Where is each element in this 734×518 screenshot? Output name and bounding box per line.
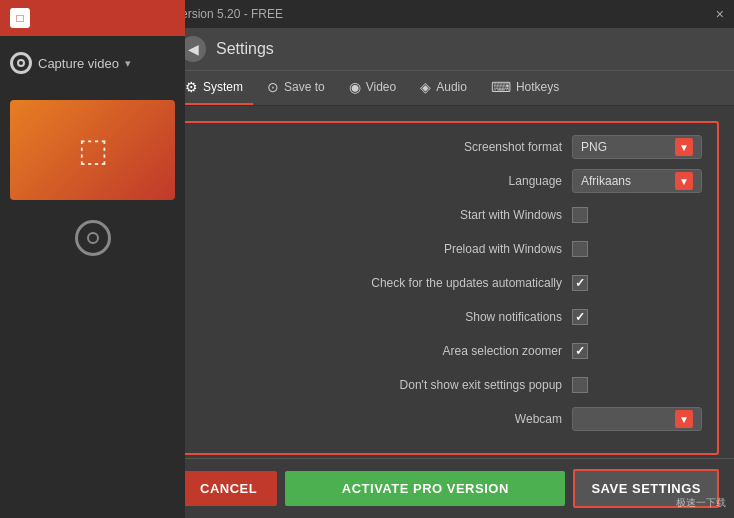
tab-hotkeys[interactable]: ⌨ Hotkeys [481, 71, 569, 105]
language-dropdown[interactable]: Afrikaans ▼ [572, 169, 702, 193]
capture-video-button[interactable]: Capture video ▾ [0, 46, 185, 80]
dont-show-exit-control [572, 377, 702, 393]
start-windows-row: Start with Windows [197, 203, 702, 227]
settings-form: Screenshot format PNG ▼ Language Afrikaa… [180, 121, 719, 455]
content-area: Screenshot format PNG ▼ Language Afrikaa… [165, 106, 734, 458]
hotkeys-tab-label: Hotkeys [516, 80, 559, 94]
thumbnail-icon: ⬚ [78, 131, 108, 169]
back-icon: ◀ [188, 41, 199, 57]
screenshot-format-dropdown[interactable]: PNG ▼ [572, 135, 702, 159]
language-label: Language [197, 174, 572, 188]
record-inner [87, 232, 99, 244]
dont-show-exit-label: Don't show exit settings popup [197, 378, 572, 392]
activate-button[interactable]: ACTIVATE PRO VERSION [285, 471, 565, 506]
tab-save-to[interactable]: ⊙ Save to [257, 71, 335, 105]
app-header: □ [0, 0, 185, 36]
screenshot-format-control: PNG ▼ [572, 135, 702, 159]
start-windows-label: Start with Windows [197, 208, 572, 222]
area-selection-label: Area selection zoomer [197, 344, 572, 358]
preload-windows-row: Preload with Windows [197, 237, 702, 261]
webcam-arrow: ▼ [675, 410, 693, 428]
language-arrow: ▼ [675, 172, 693, 190]
webcam-label: Webcam [197, 412, 572, 426]
show-notifications-checkbox[interactable] [572, 309, 588, 325]
webcam-row: Webcam ▼ [197, 407, 702, 431]
capture-icon [10, 52, 32, 74]
language-row: Language Afrikaans ▼ [197, 169, 702, 193]
check-updates-checkbox[interactable] [572, 275, 588, 291]
check-updates-control [572, 275, 702, 291]
language-value: Afrikaans [581, 174, 631, 188]
screenshot-format-row: Screenshot format PNG ▼ [197, 135, 702, 159]
screenshot-format-arrow: ▼ [675, 138, 693, 156]
system-tab-icon: ⚙ [185, 79, 198, 95]
tab-video[interactable]: ◉ Video [339, 71, 406, 105]
webcam-dropdown[interactable]: ▼ [572, 407, 702, 431]
app-sidebar: □ Capture video ▾ ⬚ [0, 0, 185, 518]
tabs-bar: ⚙ System ⊙ Save to ◉ Video ◈ Audio ⌨ Hot… [165, 71, 734, 106]
screenshot-format-value: PNG [581, 140, 607, 154]
title-bar: version 5.20 - FREE × [165, 0, 734, 28]
area-selection-checkbox[interactable] [572, 343, 588, 359]
watermark: 极速一下载 [676, 496, 726, 510]
settings-header: ◀ Settings [165, 28, 734, 71]
capture-label: Capture video [38, 56, 119, 71]
area-selection-control [572, 343, 702, 359]
capture-dropdown-icon: ▾ [125, 57, 131, 70]
capture-inner [17, 59, 25, 67]
window-title: version 5.20 - FREE [175, 7, 283, 21]
show-notifications-label: Show notifications [197, 310, 572, 324]
audio-tab-icon: ◈ [420, 79, 431, 95]
thumbnail-area: ⬚ [10, 100, 175, 200]
screenshot-format-label: Screenshot format [197, 140, 572, 154]
cancel-button[interactable]: CANCEL [180, 471, 277, 506]
app-logo: □ [10, 8, 30, 28]
video-tab-label: Video [366, 80, 396, 94]
settings-title: Settings [216, 40, 274, 58]
save-to-tab-label: Save to [284, 80, 325, 94]
settings-dialog: version 5.20 - FREE × ◀ Settings ⚙ Syste… [165, 0, 734, 518]
show-notifications-row: Show notifications [197, 305, 702, 329]
language-control: Afrikaans ▼ [572, 169, 702, 193]
close-button[interactable]: × [716, 7, 724, 21]
start-windows-checkbox[interactable] [572, 207, 588, 223]
record-button[interactable] [75, 220, 111, 256]
tab-system[interactable]: ⚙ System [175, 71, 253, 105]
dont-show-exit-row: Don't show exit settings popup [197, 373, 702, 397]
save-to-tab-icon: ⊙ [267, 79, 279, 95]
tab-audio[interactable]: ◈ Audio [410, 71, 477, 105]
hotkeys-tab-icon: ⌨ [491, 79, 511, 95]
check-updates-row: Check for the updates automatically [197, 271, 702, 295]
preload-windows-control [572, 241, 702, 257]
dont-show-exit-checkbox[interactable] [572, 377, 588, 393]
webcam-control: ▼ [572, 407, 702, 431]
preload-windows-checkbox[interactable] [572, 241, 588, 257]
audio-tab-label: Audio [436, 80, 467, 94]
video-tab-icon: ◉ [349, 79, 361, 95]
record-area [0, 220, 185, 256]
footer-buttons: CANCEL ACTIVATE PRO VERSION SAVE SETTING… [165, 458, 734, 518]
system-tab-label: System [203, 80, 243, 94]
preload-windows-label: Preload with Windows [197, 242, 572, 256]
show-notifications-control [572, 309, 702, 325]
check-updates-label: Check for the updates automatically [197, 276, 572, 290]
area-selection-row: Area selection zoomer [197, 339, 702, 363]
start-windows-control [572, 207, 702, 223]
